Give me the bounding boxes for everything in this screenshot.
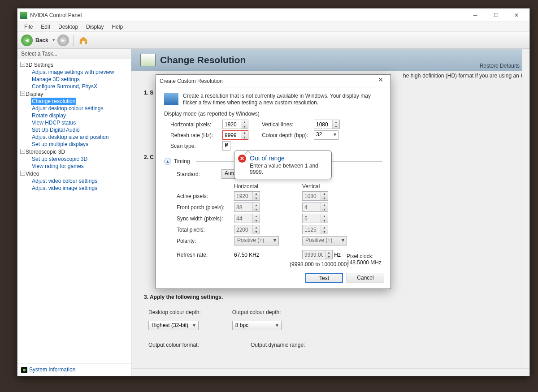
- colour-depth-select[interactable]: 32: [314, 130, 338, 140]
- forward-button[interactable]: ►: [57, 34, 69, 46]
- close-button[interactable]: ✕: [506, 9, 527, 22]
- create-custom-resolution-dialog: Create Custom Resolution ✕ Create a reso…: [156, 74, 391, 289]
- tree-item[interactable]: Adjust desktop colour settings: [21, 105, 129, 112]
- dialog-close-button[interactable]: ✕: [374, 76, 387, 86]
- toolbar: ◄ Back ▼ ►: [17, 32, 529, 49]
- task-tree: −3D Settings Adjust image settings with …: [17, 59, 131, 363]
- page-header: Change Resolution Restore Defaults: [131, 49, 529, 71]
- output-colour-format-label: Output colour format:: [148, 342, 219, 348]
- tree-item[interactable]: Manage 3D settings: [21, 76, 129, 83]
- window-title: NVIDIA Control Panel: [30, 12, 465, 18]
- tree-item[interactable]: Set up stereoscopic 3D: [21, 155, 129, 163]
- minimize-button[interactable]: ─: [465, 9, 486, 22]
- cancel-button[interactable]: Cancel: [347, 273, 384, 283]
- scrollbar-vertical[interactable]: [522, 49, 529, 368]
- tree-item[interactable]: Adjust video colour settings: [21, 177, 129, 185]
- scan-type-select[interactable]: P: [222, 141, 230, 151]
- output-colour-depth-select[interactable]: 8 bpc: [232, 321, 282, 330]
- system-information[interactable]: System Information: [17, 363, 131, 376]
- tooltip-title: Out of range: [250, 155, 327, 162]
- collapse-icon[interactable]: −: [20, 149, 25, 154]
- error-tooltip: ✕ Out of range Enter a value between 1 a…: [234, 151, 332, 179]
- tree-item[interactable]: Rotate display: [21, 112, 129, 119]
- maximize-button[interactable]: ☐: [486, 9, 506, 22]
- dialog-hint: Create a resolution that is not currentl…: [183, 93, 382, 106]
- tree-item[interactable]: View HDCP status: [21, 119, 129, 126]
- desktop-colour-depth-select[interactable]: Highest (32-bit): [148, 321, 199, 330]
- page-title: Change Resolution: [160, 55, 246, 65]
- titlebar: NVIDIA Control Panel ─ ☐ ✕: [17, 9, 529, 22]
- home-icon[interactable]: [78, 35, 88, 45]
- display-mode-label: Display mode (as reported by Windows): [164, 111, 382, 117]
- collapse-timing-icon[interactable]: ▲: [164, 158, 171, 165]
- back-dropdown-icon[interactable]: ▼: [52, 38, 56, 42]
- active-pixels-h: ▲▼: [234, 191, 260, 201]
- tree-item-selected[interactable]: Change resolution: [31, 98, 76, 105]
- output-colour-depth-label: Output colour depth:: [232, 309, 282, 315]
- tree-item[interactable]: Adjust image settings with preview: [21, 69, 129, 76]
- menu-display[interactable]: Display: [82, 23, 108, 31]
- nvidia-icon: [21, 367, 27, 373]
- restore-defaults[interactable]: Restore Defaults: [480, 63, 520, 69]
- tree-item[interactable]: Adjust desktop size and position: [21, 134, 129, 141]
- tree-item[interactable]: Set up multiple displays: [21, 141, 129, 148]
- active-pixels-v: ▲▼: [302, 191, 328, 201]
- back-button[interactable]: ◄: [21, 34, 33, 46]
- desktop-colour-depth-label: Desktop colour depth:: [148, 309, 201, 315]
- error-icon: ✕: [238, 155, 246, 163]
- collapse-icon[interactable]: −: [20, 91, 25, 96]
- menu-help[interactable]: Help: [108, 23, 127, 31]
- test-button[interactable]: Test: [305, 273, 343, 283]
- tree-item[interactable]: View rating for games: [21, 163, 129, 170]
- menu-edit[interactable]: Edit: [37, 23, 54, 31]
- sidebar: Select a Task... −3D Settings Adjust ima…: [17, 49, 131, 376]
- monitor-icon: [164, 93, 178, 105]
- refresh-rate-input[interactable]: ▲▼: [222, 130, 248, 140]
- sidebar-header: Select a Task...: [17, 49, 131, 59]
- tooltip-message: Enter a value between 1 and 9999.: [250, 163, 327, 175]
- tree-item[interactable]: Adjust video image settings: [21, 185, 129, 192]
- scrollbar-horizontal[interactable]: [131, 368, 529, 376]
- collapse-icon[interactable]: −: [20, 171, 25, 176]
- collapse-icon[interactable]: −: [20, 62, 25, 67]
- separator: [74, 35, 74, 46]
- menu-desktop[interactable]: Desktop: [54, 23, 82, 31]
- tree-item[interactable]: Set Up Digital Audio: [21, 126, 129, 134]
- app-icon: [20, 12, 27, 19]
- menubar: File Edit Desktop Display Help: [17, 22, 529, 32]
- output-dynamic-range-label: Output dynamic range:: [251, 342, 305, 348]
- dialog-title: Create Custom Resolution: [160, 78, 374, 84]
- vertical-lines-input[interactable]: ▲▼: [314, 120, 340, 129]
- step-3-title: 3. Apply the following settings.: [144, 294, 517, 300]
- monitor-icon: [140, 54, 156, 66]
- horizontal-pixels-input[interactable]: ▲▼: [222, 120, 248, 129]
- menu-file[interactable]: File: [20, 23, 37, 31]
- back-label: Back: [35, 37, 48, 43]
- tree-item[interactable]: Configure Surround, PhysX: [21, 83, 129, 90]
